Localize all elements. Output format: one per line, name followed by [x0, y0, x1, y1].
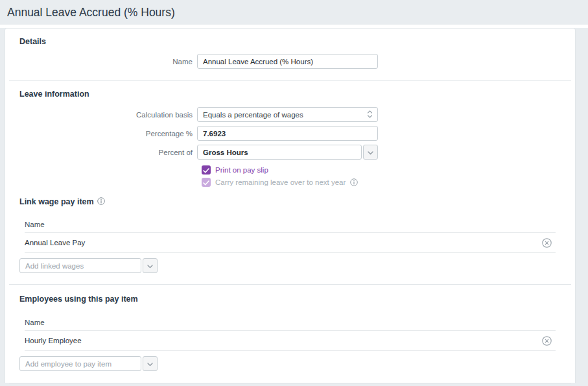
carry-over-info-icon[interactable]: [350, 178, 358, 186]
chevron-down-icon: [368, 147, 373, 157]
bottom-divider: [9, 383, 571, 384]
details-heading: Details: [19, 37, 561, 46]
employees-column-header: Name: [25, 316, 556, 331]
employee-name: Hourly Employee: [25, 337, 82, 344]
percentage-input[interactable]: [197, 126, 378, 141]
chevron-down-icon: [147, 261, 153, 271]
name-form-row: Name: [19, 54, 561, 69]
percent-of-dropdown-button[interactable]: [363, 145, 378, 160]
print-on-pay-slip-checkbox[interactable]: [202, 165, 211, 175]
print-on-pay-slip-row: Print on pay slip: [202, 165, 561, 175]
remove-linked-wage-icon[interactable]: [542, 238, 552, 248]
percentage-row: Percentage %: [19, 126, 561, 141]
add-linked-wages-combobox: [19, 258, 561, 273]
linked-wages-column-header: Name: [25, 218, 556, 233]
name-label: Name: [19, 58, 197, 66]
link-wage-heading-row: Link wage pay item: [19, 197, 561, 206]
remove-employee-icon[interactable]: [542, 336, 552, 346]
link-wage-info-icon[interactable]: [97, 197, 105, 205]
print-on-pay-slip-label: Print on pay slip: [215, 166, 268, 174]
select-stepper-icon: [367, 110, 373, 120]
calculation-basis-row: Calculation basis Equals a percentage of…: [19, 107, 561, 122]
calculation-basis-select[interactable]: Equals a percentage of wages: [197, 107, 378, 122]
carry-over-row: Carry remaining leave over to next year: [202, 178, 561, 187]
table-row: Annual Leave Pay: [25, 233, 556, 253]
calculation-basis-label: Calculation basis: [19, 111, 197, 119]
calculation-basis-value: Equals a percentage of wages: [203, 111, 303, 119]
add-employee-combobox: [19, 356, 561, 371]
linked-wage-name: Annual Leave Pay: [25, 239, 85, 247]
linked-wages-table: Name Annual Leave Pay: [25, 218, 556, 253]
employees-table: Name Hourly Employee: [25, 316, 556, 351]
chevron-down-icon: [147, 359, 153, 368]
add-employee-dropdown-button[interactable]: [143, 356, 158, 371]
page-title: Annual Leave Accrued (% Hours): [7, 6, 175, 19]
name-input[interactable]: [197, 54, 378, 69]
add-linked-wages-dropdown-button[interactable]: [143, 258, 158, 273]
details-divider: [9, 80, 571, 81]
table-row: Hourly Employee: [25, 331, 556, 351]
leave-information-heading: Leave information: [19, 90, 561, 99]
checkmark-icon: [203, 164, 209, 176]
section-divider: [9, 284, 571, 285]
add-linked-wages-input[interactable]: [19, 258, 141, 273]
percent-of-row: Percent of: [19, 145, 561, 160]
page-content: Details Name Leave information Calculati…: [0, 28, 588, 383]
percent-of-input[interactable]: [197, 145, 362, 160]
pay-item-card: Details Name Leave information Calculati…: [5, 28, 576, 383]
percent-of-combobox: [197, 145, 378, 160]
checkmark-icon: [203, 176, 209, 188]
percentage-label: Percentage %: [19, 130, 197, 138]
carry-over-checkbox: [202, 178, 211, 187]
add-employee-input[interactable]: [19, 356, 141, 371]
percent-of-label: Percent of: [19, 149, 197, 156]
employees-heading: Employees using this pay item: [19, 295, 561, 304]
link-wage-heading: Link wage pay item: [19, 197, 94, 206]
carry-over-label: Carry remaining leave over to next year: [215, 178, 346, 186]
page-header: Annual Leave Accrued (% Hours): [0, 0, 588, 28]
